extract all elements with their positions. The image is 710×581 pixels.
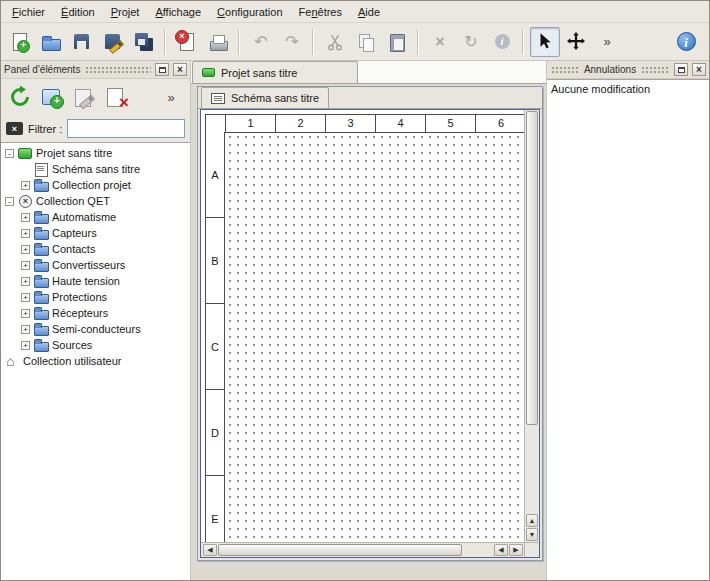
dock-grip[interactable]	[550, 65, 580, 74]
tree-item-collection-utilisateur[interactable]: Collection utilisateur	[1, 353, 190, 369]
tree-item-projet-sans-titre[interactable]: -Projet sans titre	[1, 145, 190, 161]
menu-affichage[interactable]: Affichage	[147, 3, 209, 21]
expander-icon[interactable]: +	[21, 325, 30, 334]
menu-fichier[interactable]: Fichier	[4, 3, 53, 21]
about-button[interactable]	[671, 27, 701, 57]
elements-tree: -Projet sans titre Schéma sans titre +Co…	[1, 142, 190, 580]
tree-item-schema-sans-titre[interactable]: Schéma sans titre	[1, 161, 190, 177]
open-document-button[interactable]	[36, 27, 66, 57]
row-headers: A B C D E	[205, 132, 225, 542]
tree-item-label: Récepteurs	[52, 307, 108, 319]
undo-button[interactable]	[246, 27, 276, 57]
copy-button[interactable]	[351, 27, 381, 57]
vertical-scrollbar[interactable]: ▲ ▼	[524, 110, 539, 542]
undo-panel-titlebar[interactable]: Annulations	[547, 61, 709, 79]
elements-panel-titlebar[interactable]: Panel d'éléments	[1, 61, 190, 79]
element-info-button[interactable]	[487, 27, 517, 57]
rotate-button[interactable]	[456, 27, 486, 57]
redo-button[interactable]	[277, 27, 307, 57]
delete-element-button[interactable]	[101, 82, 131, 112]
menu-projet[interactable]: Projet	[103, 3, 148, 21]
tree-item-protections[interactable]: +Protections	[1, 289, 190, 305]
toolbar-overflow-button[interactable]: »	[592, 27, 622, 57]
dock-grip[interactable]	[640, 65, 670, 74]
column-headers: 1 2 3 4 5 6	[205, 114, 524, 133]
clear-filter-icon[interactable]	[6, 122, 23, 135]
tree-item-recepteurs[interactable]: +Récepteurs	[1, 305, 190, 321]
menu-aide[interactable]: Aide	[350, 3, 388, 21]
dock-grip[interactable]	[84, 65, 151, 74]
tab-projet-sans-titre[interactable]: Projet sans titre	[192, 61, 358, 83]
scroll-right-button[interactable]: ▶	[509, 544, 523, 556]
undo-panel: Annulations Aucune modification	[546, 61, 709, 580]
scroll-up-button[interactable]: ▲	[526, 514, 538, 527]
tree-item-convertisseurs[interactable]: +Convertisseurs	[1, 257, 190, 273]
cut-button[interactable]	[320, 27, 350, 57]
expander-icon[interactable]: +	[21, 293, 30, 302]
dock-close-button[interactable]	[692, 63, 706, 76]
expander-icon[interactable]: +	[21, 277, 30, 286]
save-all-button[interactable]	[129, 27, 159, 57]
edit-element-icon	[72, 85, 96, 109]
tree-item-label: Collection QET	[36, 195, 110, 207]
tab-schema-sans-titre[interactable]: Schéma sans titre	[201, 87, 329, 108]
expander-icon[interactable]: +	[21, 309, 30, 318]
expander-icon[interactable]: +	[21, 229, 30, 238]
move-tool-button[interactable]	[561, 27, 591, 57]
delete-button[interactable]	[425, 27, 455, 57]
expander-icon[interactable]: +	[21, 261, 30, 270]
expander-icon[interactable]: -	[5, 197, 14, 206]
tree-item-sources[interactable]: +Sources	[1, 337, 190, 353]
expander-icon[interactable]: -	[5, 149, 14, 158]
dock-float-button[interactable]	[155, 63, 169, 76]
new-element-button[interactable]	[37, 82, 67, 112]
close-document-button[interactable]	[172, 27, 202, 57]
print-button[interactable]	[203, 27, 233, 57]
menu-edition[interactable]: Édition	[53, 3, 103, 21]
new-document-button[interactable]	[5, 27, 35, 57]
schematic-canvas[interactable]: 1 2 3 4 5 6 A B C D	[201, 110, 524, 542]
home-icon	[5, 355, 19, 367]
qet-collection-icon	[18, 195, 32, 207]
toolbar-separator	[162, 29, 169, 55]
column-header: 3	[326, 115, 376, 132]
expander-icon[interactable]: +	[21, 181, 30, 190]
dock-close-button[interactable]	[173, 63, 187, 76]
vertical-scrollbar-thumb[interactable]	[526, 111, 538, 425]
dock-float-button[interactable]	[674, 63, 688, 76]
schema-tabbar: Schéma sans titre	[198, 87, 542, 109]
panel-toolbar-overflow-button[interactable]: »	[156, 82, 186, 112]
tree-item-semi-conducteurs[interactable]: +Semi-conducteurs	[1, 321, 190, 337]
expander-icon[interactable]: +	[21, 213, 30, 222]
expander-icon[interactable]: +	[21, 341, 30, 350]
scroll-left-button[interactable]: ◀	[494, 544, 508, 556]
expander-icon[interactable]: +	[21, 245, 30, 254]
paste-button[interactable]	[382, 27, 412, 57]
scrollbar-track[interactable]	[462, 544, 493, 556]
save-button[interactable]	[67, 27, 97, 57]
tree-item-collection-projet[interactable]: +Collection projet	[1, 177, 190, 193]
tree-item-haute-tension[interactable]: +Haute tension	[1, 273, 190, 289]
select-tool-button[interactable]	[530, 27, 560, 57]
edit-element-button[interactable]	[69, 82, 99, 112]
tree-item-collection-qet[interactable]: -Collection QET	[1, 193, 190, 209]
horizontal-scrollbar[interactable]: ◀ ◀ ▶	[201, 542, 524, 557]
save-as-button[interactable]	[98, 27, 128, 57]
tree-item-contacts[interactable]: +Contacts	[1, 241, 190, 257]
float-icon	[159, 67, 166, 73]
horizontal-scrollbar-thumb[interactable]	[218, 544, 462, 556]
tree-item-label: Projet sans titre	[36, 147, 112, 159]
tree-item-automatisme[interactable]: +Automatisme	[1, 209, 190, 225]
menu-bar: Fichier Édition Projet Affichage Configu…	[1, 1, 709, 23]
undo-list-item[interactable]: Aucune modification	[547, 80, 709, 98]
scrollbar-track[interactable]	[526, 425, 538, 513]
reload-collections-button[interactable]	[5, 82, 35, 112]
filter-input[interactable]	[67, 119, 185, 138]
menu-configuration[interactable]: Configuration	[209, 3, 290, 21]
reload-icon	[8, 85, 32, 109]
menu-fenetres[interactable]: Fenêtres	[291, 3, 350, 21]
tree-item-capteurs[interactable]: +Capteurs	[1, 225, 190, 241]
schematic-subwindow: Schéma sans titre 1 2 3 4	[197, 86, 543, 561]
scroll-down-button[interactable]: ▼	[526, 528, 538, 541]
scroll-left-button[interactable]: ◀	[203, 544, 217, 556]
